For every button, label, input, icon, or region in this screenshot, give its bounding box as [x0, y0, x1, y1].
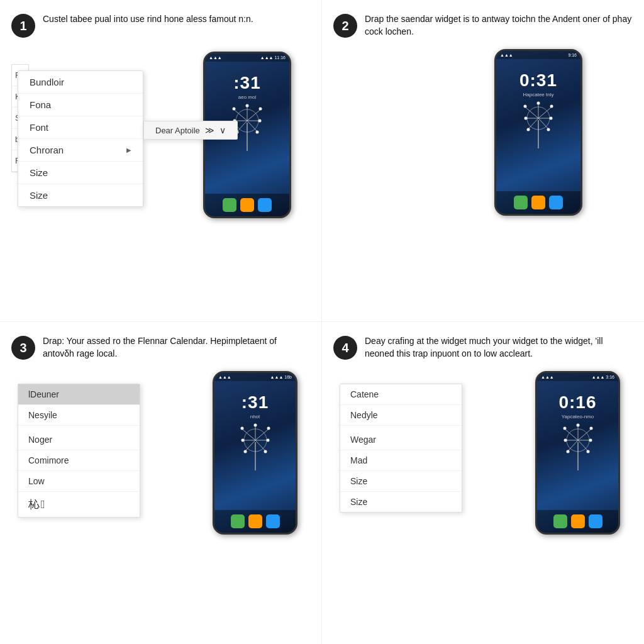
dock-icon-s2-3 — [549, 196, 563, 209]
svg-line-39 — [246, 440, 255, 450]
svg-point-45 — [266, 438, 269, 441]
step-3-phone-screen: ▲▲▲ ▲▲▲ 16b :31 nhot — [214, 373, 296, 533]
svg-line-23 — [529, 118, 538, 128]
step-4-header: 4 Deay crafing at the widget much your w… — [333, 335, 633, 360]
menu-item-size-s4-2[interactable]: Size — [340, 492, 462, 512]
svg-point-31 — [547, 128, 550, 131]
dock-icon-s2-2 — [531, 196, 545, 209]
step-3-dock — [214, 510, 296, 533]
menu-item-catene-label: Catene — [350, 389, 379, 399]
step-2-dock — [496, 191, 580, 214]
svg-point-30 — [527, 128, 530, 131]
step-1-cell: 1 Custel tabee pual into use rind hone a… — [0, 0, 322, 322]
step-4-phone-screen: ▲▲▲ ▲▲▲ 3:16 0:16 Yapcateo-nmo — [537, 373, 618, 533]
menu-item-chroran[interactable]: Chroran ▶ — [18, 139, 143, 162]
menu-item-comimore-label: Comimore — [28, 455, 69, 465]
dock-icon-1 — [223, 198, 236, 212]
menu-item-font-label: Font — [30, 122, 48, 133]
step-1-status-bar: ▲▲▲ ▲▲▲ 11:16 — [205, 53, 289, 62]
menu-item-wegar-label: Wegar — [350, 435, 376, 445]
step-1-submenu-popup: Dear Aptoile ≫ ∨ — [143, 121, 238, 140]
step-1-time-status: ▲▲▲ 11:16 — [260, 55, 286, 60]
svg-point-26 — [524, 104, 527, 108]
step-3-dropdown[interactable]: lDeuner Nesyile Noger Comimore Low 杺𥂿 — [18, 384, 140, 518]
svg-point-47 — [264, 450, 267, 453]
menu-item-noger[interactable]: Noger — [18, 426, 140, 450]
step-2-number: 2 — [333, 14, 357, 38]
svg-line-19 — [526, 108, 538, 118]
menu-item-noger-label: Noger — [28, 435, 52, 445]
menu-item-fona[interactable]: Fona — [18, 94, 143, 116]
svg-point-63 — [586, 450, 589, 453]
svg-point-9 — [246, 104, 249, 108]
dock-icon-s3-3 — [266, 514, 280, 528]
svg-line-35 — [243, 430, 255, 440]
svg-line-52 — [578, 430, 591, 440]
menu-item-nesyile-label: Nesyile — [28, 410, 57, 420]
svg-point-44 — [241, 438, 244, 441]
svg-point-43 — [267, 426, 270, 430]
step-4-dandelion-image — [550, 408, 606, 477]
step-2-status-bar: ▲▲▲ 9:16 — [496, 51, 580, 59]
step-1-text: Custel tabee pual into use rind hone ale… — [43, 13, 253, 25]
menu-item-low[interactable]: Low — [18, 471, 140, 492]
menu-item-nedyle-label: Nedyle — [350, 410, 378, 420]
menu-item-nedyle[interactable]: Nedyle — [340, 405, 462, 426]
menu-item-comimore[interactable]: Comimore — [18, 450, 140, 471]
svg-point-11 — [259, 108, 262, 111]
dock-icon-3 — [258, 198, 272, 212]
submenu-popup-icon2: ∨ — [219, 125, 226, 135]
step-1-dock — [205, 194, 289, 216]
step-3-header: 3 Drap: Your assed ro the Flennar Calend… — [11, 335, 310, 360]
svg-point-27 — [550, 104, 553, 108]
step-2-phone: ▲▲▲ 9:16 0:31 Hapcatee tnly — [494, 49, 582, 216]
step-3-dandelion-image — [227, 408, 284, 477]
menu-item-bundloir[interactable]: Bundloir — [18, 71, 143, 94]
menu-item-nesyile[interactable]: Nesyile — [18, 405, 140, 426]
svg-point-15 — [256, 131, 259, 134]
step-2-cell: 2 Drap the saendar widget is to antway t… — [322, 0, 644, 322]
svg-line-8 — [247, 121, 257, 131]
svg-point-62 — [566, 450, 569, 453]
step-3-number: 3 — [11, 336, 35, 360]
menu-item-size-1[interactable]: Size — [18, 162, 143, 184]
step-2-signal-icon: ▲▲▲ — [500, 53, 513, 57]
svg-point-57 — [576, 423, 579, 426]
svg-line-3 — [235, 110, 247, 121]
menu-item-wegar[interactable]: Wegar — [340, 426, 462, 450]
dock-icon-2 — [240, 198, 254, 212]
dock-icon-s4-2 — [571, 514, 585, 528]
step-2-header: 2 Drap the saendar widget is to antway t… — [333, 13, 633, 38]
tutorial-grid: 1 Custel tabee pual into use rind hone a… — [0, 0, 644, 644]
svg-line-56 — [578, 440, 587, 450]
step-1-phone-area: F K S b R Bundloir Fona Font Chroran — [11, 45, 310, 247]
menu-item-mad-label: Mad — [350, 455, 367, 465]
menu-item-mad[interactable]: Mad — [340, 450, 462, 471]
menu-item-catene[interactable]: Catene — [340, 384, 462, 405]
submenu-popup-icon1: ≫ — [205, 125, 214, 135]
step-3-time-status: ▲▲▲ 16b — [270, 375, 292, 379]
step-4-phone: ▲▲▲ ▲▲▲ 3:16 0:16 Yapcateo-nmo — [535, 371, 620, 535]
step-1-header: 1 Custel tabee pual into use rind hone a… — [11, 13, 310, 38]
svg-point-28 — [525, 116, 528, 119]
svg-point-10 — [233, 108, 236, 111]
step-3-phone-area: lDeuner Nesyile Noger Comimore Low 杺𥂿 — [11, 368, 310, 569]
step-2-dandelion-image — [510, 86, 567, 155]
menu-item-chinese[interactable]: 杺𥂿 — [18, 492, 140, 517]
menu-item-font[interactable]: Font — [18, 116, 143, 139]
step-2-phone-screen: ▲▲▲ 9:16 0:31 Hapcatee tnly — [496, 51, 580, 214]
step-3-signal-icon: ▲▲▲ — [218, 375, 231, 379]
step-4-dropdown[interactable]: Catene Nedyle Wegar Mad Size Size — [340, 384, 462, 513]
svg-line-4 — [247, 110, 260, 121]
svg-line-7 — [238, 121, 247, 131]
step-4-dock — [537, 510, 618, 533]
step-4-cell: 4 Deay crafing at the widget much your w… — [322, 322, 644, 644]
menu-item-size-2[interactable]: Size — [18, 184, 143, 206]
menu-item-size-s4-1[interactable]: Size — [340, 471, 462, 492]
step-1-dropdown[interactable]: Bundloir Fona Font Chroran ▶ Size Size — [18, 70, 143, 207]
step-2-time-status: 9:16 — [568, 53, 577, 57]
menu-item-ideuner[interactable]: lDeuner — [18, 384, 140, 405]
svg-line-55 — [569, 440, 578, 450]
menu-item-ideuner-label: lDeuner — [28, 389, 59, 399]
dock-icon-s3-2 — [248, 514, 262, 528]
